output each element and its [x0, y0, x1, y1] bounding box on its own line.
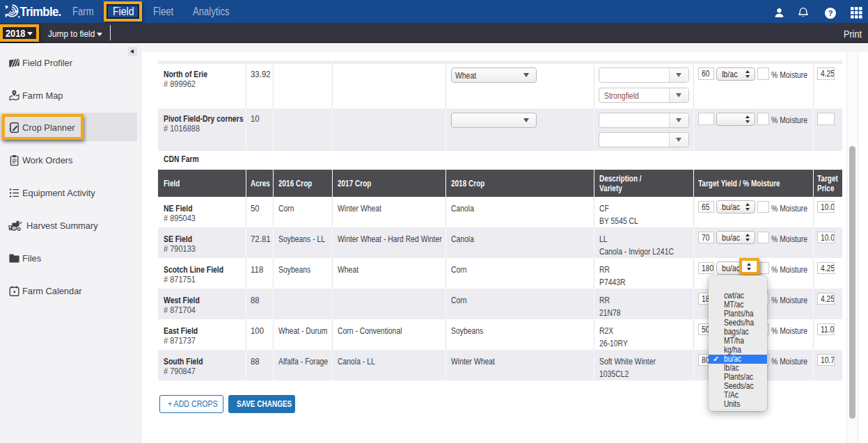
svg-text:Trimble.: Trimble.: [20, 4, 61, 19]
svg-text:?: ?: [828, 9, 833, 17]
